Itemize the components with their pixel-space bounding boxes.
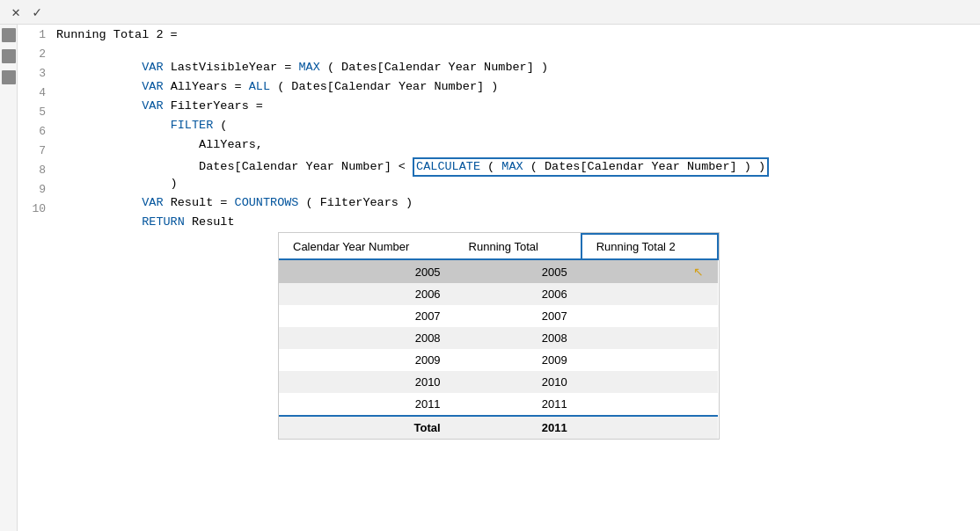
main-container: ✕ ✓ 1 Running Total 2 = 2 (0, 0, 980, 531)
cell-running: 2005 (455, 259, 581, 283)
sidebar-icon-1[interactable] (2, 28, 16, 42)
total-running: 2011 (455, 416, 581, 439)
sidebar-icon-2[interactable] (2, 49, 16, 63)
code-line-6: 6 AllYears, (18, 125, 980, 144)
check-icon[interactable]: ✓ (28, 4, 46, 21)
toolbar: ✕ ✓ (0, 0, 980, 25)
cell-running2 (581, 305, 718, 327)
cell-running2: ↖ (581, 259, 718, 283)
data-table-wrapper: Calendar Year Number Running Total Runni… (278, 232, 720, 440)
cell-year: 2011 (279, 393, 455, 416)
total-running2 (581, 416, 718, 439)
code-section[interactable]: 1 Running Total 2 = 2 VAR LastVisibleYea… (18, 25, 980, 225)
table-total-row: Total2011 (279, 416, 718, 439)
table-row: 20112011 (279, 393, 718, 416)
cell-running2 (581, 283, 718, 305)
col-header-running2[interactable]: Running Total 2 (581, 234, 718, 259)
table-row: 20092009 (279, 349, 718, 371)
close-icon[interactable]: ✕ (7, 4, 25, 21)
data-table: Calendar Year Number Running Total Runni… (279, 233, 719, 439)
cell-year: 2009 (279, 349, 455, 371)
cell-running: 2007 (455, 305, 581, 327)
table-row: 20082008 (279, 327, 718, 349)
total-label: Total (279, 416, 455, 439)
cell-running: 2009 (455, 349, 581, 371)
cell-year: 2010 (279, 371, 455, 393)
cell-year: 2008 (279, 327, 455, 349)
cell-year: 2006 (279, 283, 455, 305)
cell-year: 2007 (279, 305, 455, 327)
table-row: 20052005↖ (279, 259, 718, 283)
table-row: 20072007 (279, 305, 718, 327)
cell-running: 2010 (455, 371, 581, 393)
col-header-running[interactable]: Running Total (455, 234, 581, 259)
table-row: 20062006 (279, 283, 718, 305)
table-section: Calendar Year Number Running Total Runni… (18, 225, 980, 531)
code-line-10: 10 RETURN Result (18, 202, 980, 222)
code-line-2: 2 VAR LastVisibleYear = MAX ( Dates[Cale… (18, 47, 980, 67)
cell-running: 2008 (455, 327, 581, 349)
table-row: 20102010 (279, 371, 718, 393)
cell-running2 (581, 349, 718, 371)
cell-running: 2006 (455, 283, 581, 305)
code-line-7: 7 Dates[Calendar Year Number] < CALCULAT… (18, 144, 980, 164)
code-line-1: 1 Running Total 2 = (18, 28, 980, 47)
sidebar-left (0, 25, 18, 531)
code-line-5: 5 FILTER ( (18, 105, 980, 125)
col-header-year[interactable]: Calendar Year Number (279, 234, 455, 259)
cell-running2 (581, 327, 718, 349)
cursor-icon: ↖ (693, 265, 704, 279)
content-area: 1 Running Total 2 = 2 VAR LastVisibleYea… (0, 25, 980, 531)
code-line-4: 4 VAR FilterYears = (18, 86, 980, 105)
sidebar-icon-3[interactable] (2, 70, 16, 84)
cell-running2 (581, 393, 718, 416)
cell-running2 (581, 371, 718, 393)
cell-running: 2011 (455, 393, 581, 416)
editor-area: 1 Running Total 2 = 2 VAR LastVisibleYea… (18, 25, 980, 531)
cell-year: 2005 (279, 259, 455, 283)
